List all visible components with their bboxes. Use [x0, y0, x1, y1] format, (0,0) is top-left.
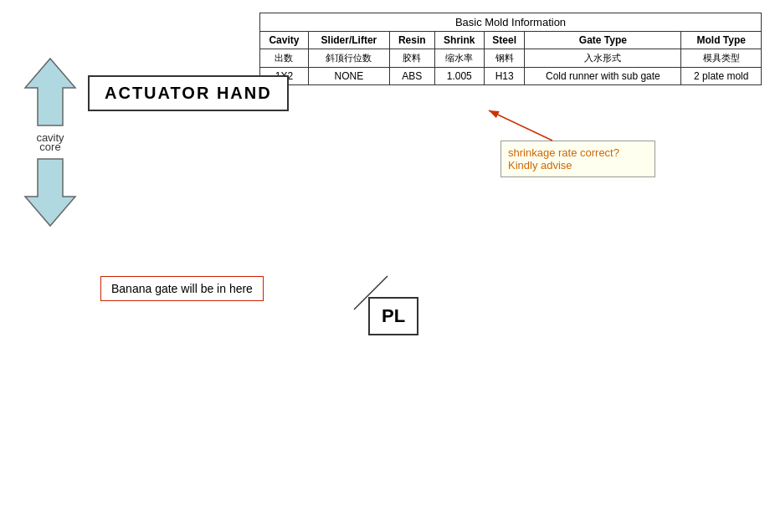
col-header-slider: Slider/Lifter	[308, 32, 389, 49]
mold-table: Basic Mold Information Cavity Slider/Lif…	[259, 13, 762, 85]
data-shrink: 1.005	[434, 68, 484, 85]
svg-line-3	[489, 110, 552, 141]
col-header-steel: Steel	[484, 32, 524, 49]
mold-info-table-container: Basic Mold Information Cavity Slider/Lif…	[259, 13, 762, 85]
table-chinese-row: 出数 斜顶行位数 胶料 缩水率 钢料 入水形式 模具类型	[260, 49, 762, 68]
actuator-label: ACTUATOR HAND	[88, 75, 289, 111]
data-slider: NONE	[308, 68, 389, 85]
pl-label: PL	[368, 297, 418, 335]
chinese-shrink: 缩水率	[434, 49, 484, 68]
data-steel: H13	[484, 68, 524, 85]
data-mold: 2 plate mold	[681, 68, 762, 85]
table-title: Basic Mold Information	[260, 13, 762, 32]
table-title-row: Basic Mold Information	[260, 13, 762, 32]
chinese-gate: 入水形式	[525, 49, 681, 68]
chinese-cavity: 出数	[260, 49, 309, 68]
core-container: core	[17, 141, 84, 230]
col-header-shrink: Shrink	[434, 32, 484, 49]
shrinkage-note: shrinkage rate correct?Kindly advise	[501, 141, 655, 177]
shrinkage-text: shrinkage rate correct?Kindly advise	[508, 146, 619, 171]
core-shape	[17, 155, 84, 230]
core-label: core	[39, 141, 60, 153]
data-gate: Cold runner with sub gate	[525, 68, 681, 85]
svg-marker-0	[25, 59, 75, 125]
col-header-resin: Resin	[389, 32, 434, 49]
table-data-row: 1X2 NONE ABS 1.005 H13 Cold runner with …	[260, 68, 762, 85]
col-header-gate: Gate Type	[525, 32, 681, 49]
chinese-resin: 胶料	[389, 49, 434, 68]
chinese-mold: 模具类型	[681, 49, 762, 68]
cavity-container: cavity	[17, 54, 84, 144]
data-resin: ABS	[389, 68, 434, 85]
table-header-row: Cavity Slider/Lifter Resin Shrink Steel …	[260, 32, 762, 49]
banana-gate-label: Banana gate will be in here	[100, 276, 264, 301]
chinese-steel: 钢料	[484, 49, 524, 68]
svg-marker-1	[25, 159, 75, 226]
chinese-slider: 斜顶行位数	[308, 49, 389, 68]
col-header-cavity: Cavity	[260, 32, 309, 49]
col-header-mold: Mold Type	[681, 32, 762, 49]
cavity-shape	[17, 54, 84, 130]
